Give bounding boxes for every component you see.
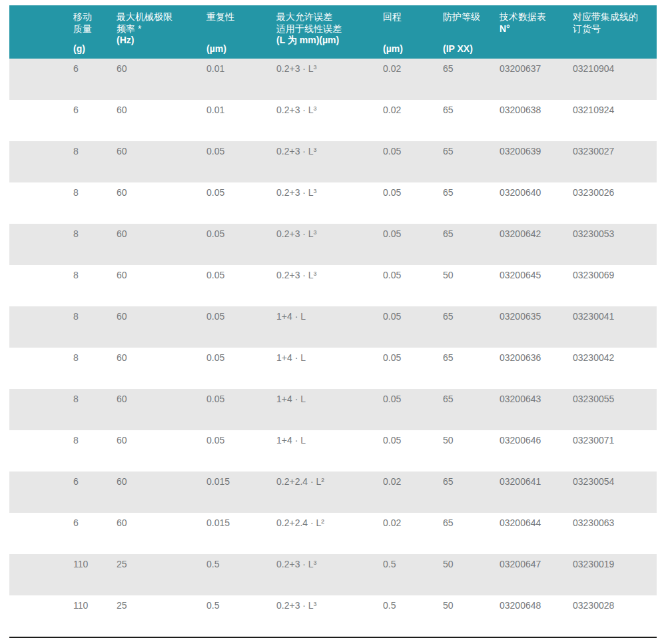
- table-cell: 60: [117, 472, 206, 513]
- table-cell: 03200640: [500, 182, 573, 224]
- header-title: 对应带集成线的订货号: [573, 11, 653, 35]
- header-title: 防护等级: [443, 11, 496, 23]
- header-cell: 最大机械极限频率 *(Hz): [117, 5, 206, 59]
- table-cell: 8: [73, 141, 117, 182]
- header-title: 移动质量: [73, 11, 113, 35]
- table-cell: 0.2+3 · L³: [276, 224, 383, 265]
- table-cell: 03230027: [573, 141, 657, 182]
- table-cell: 60: [117, 59, 206, 100]
- table-cell: 8: [73, 265, 117, 306]
- row-leading-cell: [9, 224, 73, 265]
- table-cell: 0.2+3 · L³: [276, 182, 383, 224]
- table-cell: 110: [73, 595, 117, 637]
- row-leading-cell: [9, 389, 73, 430]
- table-cell: 0.5: [206, 595, 276, 637]
- table-cell: 0.015: [206, 513, 276, 554]
- table-cell: 03200635: [500, 306, 573, 348]
- table-cell: 60: [117, 389, 206, 430]
- table-cell: 0.05: [206, 389, 276, 430]
- table-cell: 0.05: [383, 348, 443, 389]
- header-title: 重复性: [206, 11, 272, 23]
- header-unit: (g): [73, 43, 113, 55]
- table-cell: 60: [117, 100, 206, 141]
- table-cell: 65: [443, 182, 500, 224]
- table-bottom-rule: [9, 637, 657, 638]
- table-cell: 0.2+2.4 · L²: [276, 513, 383, 554]
- header-line: 频率 *: [117, 23, 202, 35]
- table-cell: 0.05: [383, 430, 443, 472]
- table-cell: 03230069: [573, 265, 657, 306]
- table-cell: 03200641: [500, 472, 573, 513]
- header-cell: 对应带集成线的订货号: [573, 5, 657, 59]
- table-cell: 03230071: [573, 430, 657, 472]
- table-body: 6600.010.2+3 · L³0.026503200637032109046…: [9, 59, 657, 637]
- table-cell: 0.5: [383, 554, 443, 595]
- table-cell: 0.05: [383, 141, 443, 182]
- table-cell: 60: [117, 348, 206, 389]
- table-cell: 50: [443, 265, 500, 306]
- table-cell: 0.2+3 · L³: [276, 100, 383, 141]
- table-cell: 65: [443, 100, 500, 141]
- row-leading-cell: [9, 554, 73, 595]
- table-row: 8600.051+4 · L0.05650320064303230055: [9, 389, 657, 430]
- header-line: N°: [500, 23, 569, 35]
- table-row: 6600.0150.2+2.4 · L²0.026503200641032300…: [9, 472, 657, 513]
- table-cell: 0.05: [206, 430, 276, 472]
- table-cell: 03200644: [500, 513, 573, 554]
- header-title: 最大机械极限频率 *(Hz): [117, 11, 202, 47]
- table-row: 8600.051+4 · L0.05650320063503230041: [9, 306, 657, 348]
- row-leading-cell: [9, 430, 73, 472]
- table-row: 6600.010.2+3 · L³0.02650320063803210924: [9, 100, 657, 141]
- header-line: 适用于线性误差: [276, 23, 379, 35]
- table-cell: 1+4 · L: [276, 348, 383, 389]
- table-cell: 0.05: [206, 182, 276, 224]
- table-row: 8600.050.2+3 · L³0.05500320064503230069: [9, 265, 657, 306]
- table-cell: 65: [443, 141, 500, 182]
- table-cell: 60: [117, 513, 206, 554]
- header-unit: (µm): [383, 43, 439, 55]
- table-cell: 8: [73, 224, 117, 265]
- table-cell: 0.05: [383, 224, 443, 265]
- table-row: 6600.010.2+3 · L³0.02650320063703210904: [9, 59, 657, 100]
- table-cell: 03230053: [573, 224, 657, 265]
- table-cell: 0.01: [206, 59, 276, 100]
- table-cell: 03200637: [500, 59, 573, 100]
- table-cell: 03230019: [573, 554, 657, 595]
- table-cell: 0.02: [383, 513, 443, 554]
- table-cell: 0.05: [206, 348, 276, 389]
- header-line: 重复性: [206, 11, 272, 23]
- table-cell: 03200647: [500, 554, 573, 595]
- header-line: 质量: [73, 23, 113, 35]
- table-cell: 0.2+2.4 · L²: [276, 472, 383, 513]
- table-header-row: 移动质量(g)最大机械极限频率 *(Hz)重复性(µm)最大允许误差适用于线性误…: [9, 5, 657, 59]
- header-line: 技术数据表: [500, 11, 569, 23]
- table-cell: 60: [117, 224, 206, 265]
- header-line: 对应带集成线的: [573, 11, 653, 23]
- table-cell: 0.5: [383, 595, 443, 637]
- table-cell: 110: [73, 554, 117, 595]
- header-title: 回程: [383, 11, 439, 23]
- table-cell: 65: [443, 348, 500, 389]
- table-cell: 50: [443, 430, 500, 472]
- row-leading-cell: [9, 265, 73, 306]
- table-cell: 03200648: [500, 595, 573, 637]
- row-leading-cell: [9, 141, 73, 182]
- table-cell: 03230026: [573, 182, 657, 224]
- table-row: 110250.50.2+3 · L³0.5500320064803230028: [9, 595, 657, 637]
- header-line: 最大允许误差: [276, 11, 379, 23]
- table-cell: 0.02: [383, 100, 443, 141]
- table-cell: 65: [443, 389, 500, 430]
- table-cell: 03200638: [500, 100, 573, 141]
- table-cell: 03230063: [573, 513, 657, 554]
- table-cell: 0.05: [383, 306, 443, 348]
- table-cell: 25: [117, 595, 206, 637]
- table-cell: 0.05: [206, 224, 276, 265]
- header-cell: 技术数据表N°: [500, 5, 573, 59]
- table-cell: 03200643: [500, 389, 573, 430]
- table-cell: 65: [443, 59, 500, 100]
- row-leading-cell: [9, 472, 73, 513]
- table-row: 8600.051+4 · L0.05500320064603230071: [9, 430, 657, 472]
- table-cell: 0.05: [206, 306, 276, 348]
- table-cell: 8: [73, 430, 117, 472]
- table-cell: 60: [117, 306, 206, 348]
